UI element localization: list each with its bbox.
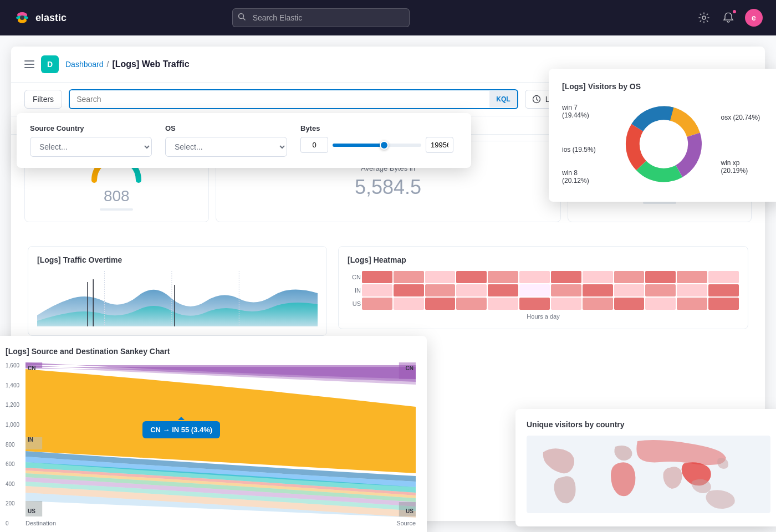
percent-bar [643,202,676,204]
kql-search-input[interactable] [70,90,489,108]
heatmap-cell [708,284,739,296]
settings-icon[interactable] [696,10,712,25]
y-label-1400: 1,400 [6,382,23,388]
sankey-svg [25,362,416,518]
svg-line-6 [243,18,245,21]
source-country-label: Source Country [30,124,152,132]
sankey-tooltip: CN → IN 55 (3.4%) [142,421,220,438]
main-content: D Dashboard / [Logs] Web Traffic Filters… [0,35,776,532]
topbar: elastic e [0,0,776,35]
dashboard-badge-icon: D [41,55,59,73]
os-filter: OS Select... [165,124,287,157]
sankey-x-label-source: Source [396,520,416,526]
heatmap-cell [362,298,392,310]
gauge-1-bar [100,208,133,211]
source-country-select[interactable]: Select... [30,137,152,157]
range-fill [333,144,386,147]
brand-label: elastic [35,12,67,24]
topbar-actions: e [696,9,763,27]
y-label-1000: 1,000 [6,422,23,428]
breadcrumb-current: [Logs] Web Traffic [112,59,189,69]
y-label-800: 800 [6,442,23,448]
search-icon [238,13,246,23]
sankey-label-in-left: IN [28,437,33,443]
svg-point-20 [639,120,687,168]
filters-button[interactable]: Filters [24,90,62,109]
donut-labels-left: win 7 (19.44%) ios (19.5%) win 8 (20.12%… [562,104,606,185]
donut-label-osx: osx (20.74%) [721,114,769,121]
donut-label-winxp: win xp (20.19%) [721,159,769,175]
breadcrumb-parent[interactable]: Dashboard [65,60,104,69]
heatmap-card: [Logs] Heatmap CN [338,246,748,329]
sankey-chart-card: [Logs] Source and Destination Sankey Cha… [0,336,427,532]
heatmap-cell [488,284,518,296]
heatmap-cell [519,271,550,283]
donut-label-ios: ios (19.5%) [562,146,606,154]
visitors-os-title: [Logs] Visitors by OS [562,82,768,91]
heatmap-cell [519,298,550,310]
search-input[interactable] [232,8,410,27]
sankey-x-axis: Destination Source [25,520,416,526]
y-label-200: 200 [6,500,23,507]
heatmap-cell [551,298,581,310]
bytes-filter: Bytes [300,124,453,153]
sankey-x-label-destination: Destination [25,520,56,526]
donut-chart-svg [620,100,708,188]
os-label: OS [165,124,287,132]
bytes-min-input[interactable] [300,137,328,153]
heatmap-cell [583,284,613,296]
heatmap-cell [551,284,581,296]
kql-badge[interactable]: KQL [489,91,517,108]
heatmap-cell [394,271,424,283]
sankey-chart-wrapper: 0 200 400 600 800 1,000 1,200 1,400 1,60… [6,362,416,526]
notifications-icon[interactable] [721,10,736,25]
breadcrumb: Dashboard / [Logs] Web Traffic [65,59,190,69]
heatmap-label-us: US [348,300,361,307]
sankey-svg-container: CN IN US CN US CN → IN 55 (3.4%) [25,362,416,518]
user-avatar[interactable]: e [745,9,763,27]
donut-container: win 7 (19.44%) ios (19.5%) win 8 (20.12%… [562,100,768,188]
sankey-label-us-right: US [406,508,413,514]
worldmap-svg [527,436,770,513]
range-thumb[interactable] [380,141,389,150]
filter-fields: Source Country Select... OS Select... By… [30,124,458,157]
menu-icon[interactable] [24,60,34,68]
heatmap-cell [488,271,518,283]
heatmap-cell [645,284,676,296]
svg-point-4 [20,16,24,20]
heatmap-cell [425,271,456,283]
heatmap-row-cn: CN [348,271,739,283]
bytes-max-input[interactable] [426,137,453,153]
filter-overlay-panel: Source Country Select... OS Select... By… [17,113,471,168]
sankey-label-cn-right: CN [406,365,413,371]
source-country-filter: Source Country Select... [30,124,152,157]
heatmap-cell [519,284,550,296]
y-label-400: 400 [6,481,23,487]
y-label-600: 600 [6,461,23,467]
heatmap-cell [677,271,707,283]
heatmap-label-cn: CN [348,274,361,280]
bytes-range-slider[interactable] [333,144,421,147]
heatmap-cell [425,284,456,296]
visitors-os-card: [Logs] Visitors by OS win 7 (19.44%) ios… [549,69,776,202]
heatmap-cell [614,298,645,310]
sankey-label-us-left: US [28,508,35,514]
bytes-label: Bytes [300,124,453,132]
heatmap-cell [394,298,424,310]
heatmap-cell [645,298,676,310]
os-select[interactable]: Select... [165,137,287,157]
heatmap-cell [362,284,392,296]
heatmap-cell [456,271,487,283]
traffic-area-chart [37,271,318,326]
heatmap-cell [583,271,613,283]
donut-label-win8: win 8 (20.12%) [562,169,606,185]
y-label-1200: 1,200 [6,402,23,408]
heatmap-cell [677,284,707,296]
heatmap-cell [394,284,424,296]
breadcrumb-separator: / [107,60,109,69]
global-search-bar[interactable] [232,8,410,27]
notification-badge [732,9,737,14]
worldmap-card: Unique visitors by country [515,409,776,526]
elastic-logo[interactable]: elastic [13,9,67,27]
avg-bytes-value: 5,584.5 [355,176,421,199]
